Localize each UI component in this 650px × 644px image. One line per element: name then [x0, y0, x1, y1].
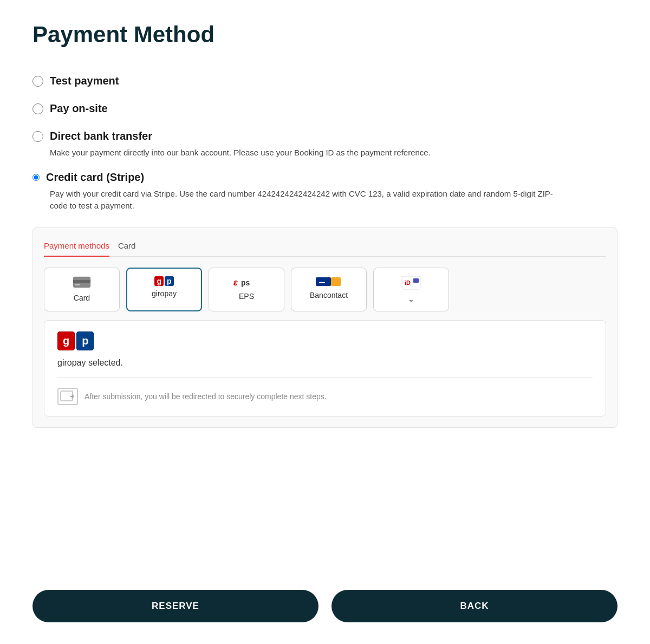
svg-text:ε: ε — [233, 278, 238, 287]
label-credit-card-stripe: Credit card (Stripe) — [46, 171, 144, 184]
stripe-tabs: Payment methods Card — [44, 239, 606, 257]
label-direct-bank-transfer: Direct bank transfer — [50, 130, 152, 142]
bottom-buttons: RESERVE BACK — [32, 568, 618, 622]
eps-icon: ε ps — [233, 276, 259, 289]
svg-rect-2 — [75, 284, 80, 285]
card-icon — [73, 276, 91, 290]
back-button[interactable]: BACK — [332, 590, 618, 622]
ideal-icon: iD — [401, 276, 421, 291]
reserve-button[interactable]: RESERVE — [32, 590, 318, 622]
option-direct-bank-transfer[interactable]: Direct bank transfer — [32, 122, 618, 150]
divider — [57, 378, 593, 378]
method-more[interactable]: iD ⌄ — [373, 268, 449, 311]
svg-text:iD: iD — [405, 279, 411, 286]
giropay-icon: gp — [154, 276, 173, 286]
method-bancontact-label: Bancontact — [310, 291, 348, 300]
stripe-widget: Payment methods Card Card gp giropay — [32, 227, 618, 428]
svg-rect-1 — [73, 280, 90, 283]
label-pay-on-site: Pay on-site — [50, 102, 108, 115]
method-giropay[interactable]: gp giropay — [126, 268, 202, 311]
method-giropay-label: giropay — [152, 289, 177, 298]
svg-rect-10 — [413, 278, 419, 283]
page-title: Payment Method — [32, 22, 618, 48]
method-eps[interactable]: ε ps EPS — [209, 268, 284, 311]
desc-credit-card-stripe: Pay with your credit card via Stripe. Us… — [50, 188, 570, 212]
payment-methods-grid: Card gp giropay ε ps EPS — [44, 268, 606, 311]
svg-rect-6 — [331, 277, 341, 286]
label-test-payment: Test payment — [50, 75, 119, 87]
radio-credit-card-stripe[interactable] — [32, 174, 40, 181]
desc-direct-bank-transfer: Make your payment directly into our bank… — [50, 147, 570, 159]
svg-text:—: — — [319, 279, 325, 285]
option-credit-card-stripe[interactable]: Credit card (Stripe) — [32, 164, 618, 187]
radio-pay-on-site[interactable] — [32, 103, 43, 114]
radio-direct-bank-transfer[interactable] — [32, 131, 43, 142]
option-test-payment[interactable]: Test payment — [32, 67, 618, 95]
giropay-large-p: p — [76, 331, 94, 350]
selected-method-area: g p giropay selected. After submission, … — [44, 320, 606, 417]
chevron-down-icon: ⌄ — [408, 295, 414, 303]
tab-card[interactable]: Card — [118, 239, 136, 257]
method-eps-label: EPS — [239, 292, 254, 301]
giropay-selected-text: giropay selected. — [57, 358, 593, 368]
method-bancontact[interactable]: — Bancontact — [291, 268, 367, 311]
svg-text:ps: ps — [241, 278, 250, 287]
redirect-info: After submission, you will be redirected… — [57, 388, 593, 405]
bancontact-icon: — — [316, 276, 342, 288]
radio-test-payment[interactable] — [32, 76, 43, 87]
redirect-icon — [57, 388, 78, 405]
giropay-logo-large: g p — [57, 331, 593, 350]
payment-options: Test payment Pay on-site Direct bank tra… — [32, 67, 618, 223]
redirect-text: After submission, you will be redirected… — [84, 392, 327, 401]
method-card-label: Card — [74, 294, 90, 302]
tab-payment-methods[interactable]: Payment methods — [44, 239, 109, 257]
option-pay-on-site[interactable]: Pay on-site — [32, 95, 618, 122]
method-card[interactable]: Card — [44, 268, 120, 311]
giropay-large-g: g — [57, 331, 75, 350]
